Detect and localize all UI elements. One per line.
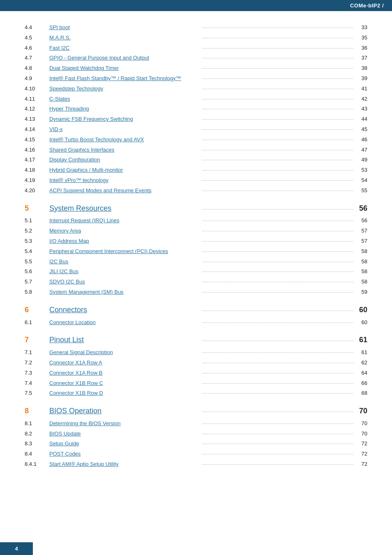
toc-entry-link[interactable]: Dynamic FSB Frequency Switching [49,115,201,124]
toc-entry-row: 8.1 Determining the BIOS Version 70 [25,419,367,428]
toc-entry-num: 5.3 [25,237,49,246]
toc-entry-link[interactable]: General Signal Description [49,348,201,357]
toc-entry-link[interactable]: Dual Staged Watchdog Timer [49,64,201,73]
toc-entry-page: 66 [355,379,367,388]
toc-entry-link[interactable]: Hybrid Graphics / Multi-monitor [49,166,201,175]
toc-entry-link[interactable]: Intel® Fast Flash Standby™ / Rapid Start… [49,74,201,83]
toc-dots [202,341,353,341]
toc-dots [202,272,353,272]
toc-section-link[interactable]: Connectors [49,304,201,316]
toc-dots [202,140,353,140]
toc-entry-link[interactable]: Fast I2C [49,44,201,53]
toc-dots [202,434,353,434]
toc-entry-link[interactable]: Connector X1B Row C [49,379,201,388]
toc-entry-num: 4.20 [25,187,49,195]
toc-entry-link[interactable]: ACPI Suspend Modes and Resume Events [49,187,201,195]
toc-entry-page: 49 [355,156,367,164]
toc-entry-link[interactable]: POST Codes [49,450,201,458]
toc-dots [202,454,353,454]
toc-entry-page: 33 [355,23,367,32]
toc-dots [202,180,353,181]
toc-entry-row: 8.3 Setup Guide 72 [25,440,367,448]
toc-entry-link[interactable]: Speedstep Technology [49,85,201,93]
toc-entry-num: 5.2 [25,227,49,235]
toc-entry-page: 38 [355,64,367,73]
toc-entry-page: 72 [355,450,367,458]
toc-entry-link[interactable]: Intel® Turbo Boost Technology and AVX [49,136,201,144]
toc-entry-link[interactable]: SPI boot [49,23,201,32]
toc-entry-page: 58 [355,278,367,286]
toc-dots [202,78,353,79]
toc-entry-link[interactable]: Interrupt Request (IRQ) Lines [49,216,201,225]
toc-entry-row: 4.4 SPI boot 33 [25,23,367,32]
toc-entry-num: 4.19 [25,176,49,185]
toc-entry-link[interactable]: GPIO - General Purpose Input and Output [49,54,201,62]
toc-entry-link[interactable]: Connector X1A Row B [49,369,201,378]
toc-entry-row: 4.17 Display Configuration 49 [25,156,367,164]
toc-dots [202,393,353,394]
toc-section-row: 6 Connectors 60 [25,304,367,316]
toc-entry-link[interactable]: Peripheral Component Interconnect (PCI) … [49,247,201,256]
toc-entry-link[interactable]: Start AMI® Aptio Setup Utility [49,460,201,469]
toc-entry-link[interactable]: JILI I2C Bus [49,267,201,276]
toc-entry-link[interactable]: M.A.R.S. [49,34,201,42]
toc-entry-row: 5.8 System Management (SM) Bus 59 [25,288,367,297]
toc-entry-row: 8.4 POST Codes 72 [25,450,367,458]
toc-dots [202,68,353,69]
toc-entry-link[interactable]: C-States [49,95,201,104]
toc-dots [202,251,353,252]
toc-dots [202,464,353,465]
toc-entry-link[interactable]: Connector Location [49,318,201,327]
toc-dots [202,241,353,242]
toc-entry-link[interactable]: Setup Guide [49,440,201,448]
toc-section-num: 8 [25,405,49,417]
toc-entry-link[interactable]: Shared Graphics Interfaces [49,146,201,154]
toc-entry-page: 58 [355,267,367,276]
toc-entry-link[interactable]: I/O Address Map [49,237,201,246]
toc-entry-link[interactable]: Connector X1A Row A [49,359,201,367]
toc-entry-num: 6.1 [25,318,49,327]
page-number: 4 [15,546,18,552]
toc-dots [202,412,353,412]
toc-entry-link[interactable]: Hyper Threading [49,105,201,113]
toc-entry-page: 41 [355,85,367,93]
toc-dots [202,160,353,160]
toc-entry-num: 5.8 [25,288,49,297]
toc-entry-row: 4.18 Hybrid Graphics / Multi-monitor 53 [25,166,367,175]
toc-entry-link[interactable]: SDVO I2C Bus [49,278,201,286]
toc-entry-page: 62 [355,359,367,367]
toc-entry-page: 47 [355,146,367,154]
toc-dots [202,282,353,282]
toc-section-link[interactable]: System Resources [49,203,201,214]
toc-dots [202,221,353,221]
toc-entry-row: 4.15 Intel® Turbo Boost Technology and A… [25,136,367,144]
toc-entry-link[interactable]: BIOS Update [49,430,201,438]
toc-entry-num: 4.15 [25,136,49,144]
toc-entry-link[interactable]: I2C Bus [49,258,201,266]
toc-entry-link[interactable]: System Management (SM) Bus [49,288,201,297]
toc-entry-num: 4.4 [25,23,49,32]
toc-entry-num: 5.5 [25,258,49,266]
toc-entry-link[interactable]: Determining the BIOS Version [49,419,201,428]
toc-entry-num: 4.8 [25,64,49,73]
toc-entry-link[interactable]: Connector X1B Row D [49,389,201,398]
toc-entry-page: 72 [355,440,367,448]
toc-entry-row: 7.5 Connector X1B Row D 68 [25,389,367,398]
toc-section-link[interactable]: BIOS Operation [49,405,201,417]
toc-entry-link[interactable]: Intel® vPro™ technology [49,176,201,185]
toc-entry-row: 4.6 Fast I2C 36 [25,44,367,53]
toc-entry-link[interactable]: Memory Area [49,227,201,235]
toc-entry-link[interactable]: Display Configuration [49,156,201,164]
toc-entry-num: 4.13 [25,115,49,124]
toc-entry-page: 70 [355,430,367,438]
toc-dots [202,48,353,48]
toc-section-page: 70 [355,405,367,417]
toc-entry-link[interactable]: VID-x [49,125,201,134]
toc-entry-row: 4.8 Dual Staged Watchdog Timer 38 [25,64,367,73]
toc-entry-row: 4.10 Speedstep Technology 41 [25,85,367,93]
toc-entry-page: 45 [355,125,367,134]
toc-entry-row: 4.14 VID-x 45 [25,125,367,134]
toc-section-link[interactable]: Pinout List [49,334,201,346]
toc-dots [202,231,353,231]
toc-entry-row: 5.5 I2C Bus 58 [25,258,367,266]
